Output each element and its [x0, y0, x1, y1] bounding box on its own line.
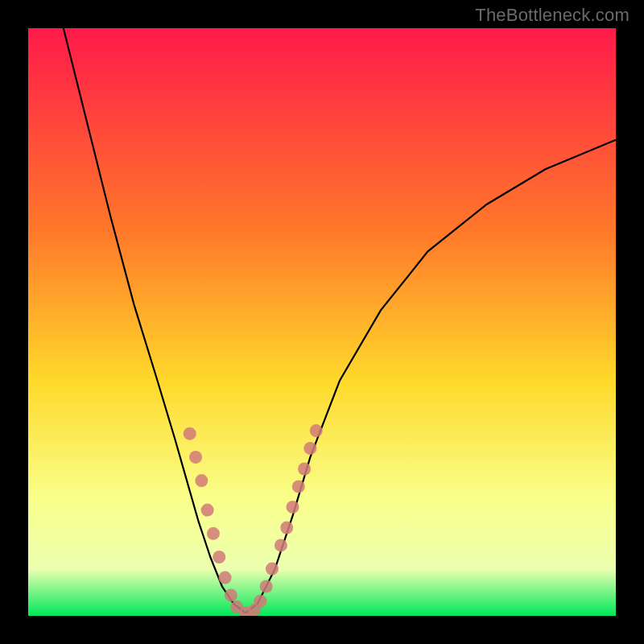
- marker-point: [266, 563, 279, 576]
- marker-point: [303, 442, 316, 455]
- marker-point: [310, 424, 323, 437]
- marker-point: [275, 539, 287, 551]
- marker-point: [287, 501, 299, 514]
- watermark-text: TheBottleneck.com: [475, 5, 630, 26]
- marker-point: [213, 551, 225, 564]
- marker-point: [254, 595, 266, 608]
- marker-point: [298, 463, 311, 476]
- marker-point: [260, 580, 273, 593]
- marker-point: [195, 474, 208, 487]
- chart-plot-area: [28, 28, 616, 616]
- chart-background: [28, 28, 616, 616]
- marker-point: [219, 572, 232, 584]
- chart-svg: [28, 28, 616, 616]
- marker-point: [201, 504, 214, 517]
- marker-point: [292, 480, 305, 493]
- marker-point: [189, 451, 202, 464]
- marker-point: [207, 527, 220, 540]
- marker-point: [280, 522, 293, 535]
- marker-point: [225, 588, 237, 601]
- marker-point: [184, 427, 196, 440]
